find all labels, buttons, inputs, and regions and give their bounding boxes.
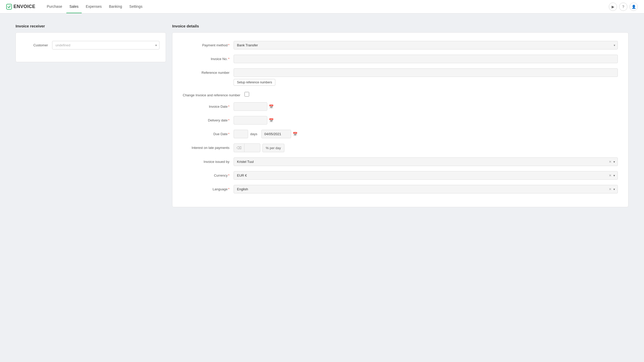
- language-value: English: [234, 185, 608, 193]
- currency-actions: × ▾: [608, 173, 618, 178]
- invoice-issued-by-value: Kristel Tuul: [234, 158, 608, 166]
- language-select[interactable]: English × ▾: [234, 185, 618, 193]
- delivery-date-control: 20/04/2021 📅: [234, 116, 618, 125]
- currency-value: EUR €: [234, 171, 608, 179]
- delivery-date-label: Delivery date*: [183, 116, 229, 122]
- setup-reference-numbers-button[interactable]: Setup reference numbers: [234, 79, 275, 86]
- language-dropdown-icon[interactable]: ▾: [613, 187, 615, 192]
- nav-settings[interactable]: Settings: [126, 0, 146, 13]
- invoice-details-card: Payment method* Bank Transfer Invoice No…: [172, 32, 628, 207]
- interest-input[interactable]: [244, 144, 260, 152]
- nav-links: Purchase Sales Expenses Banking Settings: [44, 0, 609, 13]
- interest-row-inner: ⌫ % per day: [234, 143, 618, 152]
- nav-sales[interactable]: Sales: [66, 0, 82, 13]
- navbar-actions: ▶ ? 👤: [609, 3, 638, 11]
- invoice-receiver-card: Customer undefined: [16, 32, 166, 62]
- interest-control: ⌫ % per day: [234, 143, 618, 152]
- due-date-calendar-icon[interactable]: 📅: [293, 132, 298, 136]
- nav-purchase[interactable]: Purchase: [44, 0, 65, 13]
- app-logo[interactable]: ENVOICE: [6, 4, 36, 10]
- navbar: ENVOICE Purchase Sales Expenses Banking …: [0, 0, 644, 13]
- currency-row: Currency* EUR € × ▾: [183, 171, 618, 180]
- invoice-issued-by-clear-button[interactable]: ×: [608, 159, 612, 164]
- bar-chart-icon: ⌫: [234, 144, 244, 152]
- nav-banking[interactable]: Banking: [106, 0, 125, 13]
- invoice-no-control: 1: [234, 55, 618, 63]
- invoice-receiver-title: Invoice receiver: [16, 24, 166, 28]
- delivery-date-row: Delivery date* 20/04/2021 📅: [183, 116, 618, 125]
- invoice-details-title: Invoice details: [172, 24, 628, 28]
- payment-method-row: Payment method* Bank Transfer: [183, 41, 618, 49]
- app-name: ENVOICE: [13, 4, 36, 9]
- language-clear-button[interactable]: ×: [608, 187, 612, 192]
- user-menu-button[interactable]: 👤: [629, 3, 638, 11]
- change-invoice-label: Change Invoice and reference number: [183, 91, 240, 97]
- currency-control: EUR € × ▾: [234, 171, 618, 180]
- reference-number-label: Reference number: [183, 68, 229, 75]
- language-label: Language*: [183, 185, 229, 191]
- change-invoice-checkbox-wrapper: [244, 91, 618, 97]
- invoice-issued-by-dropdown-icon[interactable]: ▾: [613, 160, 615, 164]
- currency-select[interactable]: EUR € × ▾: [234, 171, 618, 180]
- due-date-row: Due Date* 14 days 04/05/2021 📅: [183, 130, 618, 138]
- invoice-no-input[interactable]: 1: [234, 55, 618, 63]
- invoice-date-input[interactable]: 20/04/2021: [234, 102, 267, 111]
- invoice-receiver-panel: Invoice receiver Customer undefined: [16, 24, 166, 352]
- due-date-days-input[interactable]: 14: [234, 130, 248, 138]
- envoice-logo-icon: [6, 4, 12, 10]
- language-row: Language* English × ▾: [183, 185, 618, 193]
- invoice-no-row: Invoice No.* 1: [183, 55, 618, 63]
- invoice-issued-by-label: Invoice issued by: [183, 157, 229, 164]
- invoice-date-row: Invoice Date* 20/04/2021 📅: [183, 102, 618, 111]
- payment-method-select[interactable]: Bank Transfer: [234, 41, 618, 49]
- due-date-control: 14 days 04/05/2021 📅: [234, 130, 618, 138]
- customer-label: Customer: [22, 43, 48, 47]
- invoice-details-panel: Invoice details Payment method* Bank Tra…: [172, 24, 628, 352]
- payment-method-label: Payment method*: [183, 41, 229, 47]
- language-control: English × ▾: [234, 185, 618, 193]
- change-invoice-checkbox[interactable]: [244, 92, 249, 97]
- help-button[interactable]: ?: [619, 3, 627, 11]
- reference-number-control: Setup reference numbers: [234, 68, 618, 86]
- customer-row: Customer undefined: [22, 41, 159, 49]
- language-actions: × ▾: [608, 187, 618, 192]
- percent-per-day-label: % per day: [262, 144, 284, 152]
- invoice-no-label: Invoice No.*: [183, 55, 229, 61]
- customer-select[interactable]: undefined: [52, 41, 159, 49]
- nav-expenses[interactable]: Expenses: [83, 0, 105, 13]
- interest-input-wrapper: ⌫: [234, 143, 260, 152]
- payment-method-select-wrapper: Bank Transfer: [234, 41, 618, 49]
- reference-number-input[interactable]: [234, 68, 618, 77]
- invoice-issued-by-select[interactable]: Kristel Tuul × ▾: [234, 157, 618, 166]
- svg-rect-0: [6, 4, 12, 9]
- days-label: days: [250, 132, 257, 136]
- delivery-date-wrapper: 20/04/2021 📅: [234, 116, 618, 125]
- customer-select-wrapper: undefined: [52, 41, 159, 49]
- play-button[interactable]: ▶: [609, 3, 617, 11]
- currency-label: Currency*: [183, 171, 229, 177]
- page-content: Invoice receiver Customer undefined Invo…: [0, 13, 644, 362]
- invoice-issued-by-control: Kristel Tuul × ▾: [234, 157, 618, 166]
- delivery-date-input[interactable]: 20/04/2021: [234, 116, 267, 125]
- currency-dropdown-icon[interactable]: ▾: [613, 173, 615, 178]
- delivery-date-calendar-icon[interactable]: 📅: [269, 118, 274, 123]
- reference-number-row: Reference number Setup reference numbers: [183, 68, 618, 86]
- invoice-date-control: 20/04/2021 📅: [234, 102, 618, 111]
- due-date-label: Due Date*: [183, 130, 229, 136]
- due-date-display: 04/05/2021 📅: [261, 130, 298, 138]
- invoice-issued-by-row: Invoice issued by Kristel Tuul × ▾: [183, 157, 618, 166]
- interest-row: Interest on late payments ⌫ % per day: [183, 143, 618, 152]
- due-date-value: 04/05/2021: [261, 130, 291, 138]
- change-invoice-control: [244, 91, 618, 97]
- due-date-row-inner: 14 days 04/05/2021 📅: [234, 130, 618, 138]
- invoice-date-label: Invoice Date*: [183, 102, 229, 108]
- currency-clear-button[interactable]: ×: [608, 173, 612, 178]
- change-invoice-row: Change Invoice and reference number: [183, 91, 618, 97]
- invoice-issued-by-actions: × ▾: [608, 159, 618, 164]
- interest-label: Interest on late payments: [183, 143, 229, 150]
- invoice-date-calendar-icon[interactable]: 📅: [269, 104, 274, 109]
- invoice-date-wrapper: 20/04/2021 📅: [234, 102, 618, 111]
